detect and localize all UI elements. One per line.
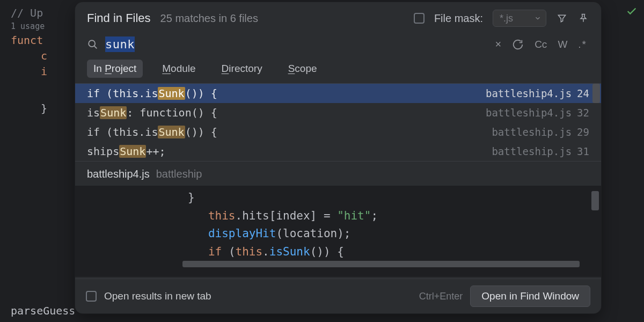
regex-toggle[interactable]: .* <box>576 38 589 52</box>
shortcut-hint: Ctrl+Enter <box>419 291 463 302</box>
svg-line-1 <box>94 46 97 48</box>
scope-tab-project[interactable]: In Project <box>87 60 143 78</box>
find-in-files-dialog: Find in Files 25 matches in 6 files File… <box>75 2 601 313</box>
results-scrollbar[interactable] <box>592 84 600 103</box>
preview-line: displayHit(location); <box>75 225 601 243</box>
result-row[interactable]: if (this.isSunk()) { battleship4.js24 <box>75 84 601 103</box>
preview-header: battleship4.js battleship <box>75 161 601 186</box>
preview-line: } <box>75 189 601 207</box>
preview-filename: battleship4.js <box>87 168 150 180</box>
preview-pane[interactable]: } this.hits[index] = "hit"; displayHit(l… <box>75 186 601 277</box>
search-icon <box>87 39 99 50</box>
open-new-tab-checkbox[interactable] <box>86 291 97 302</box>
whole-words-toggle[interactable]: W <box>555 38 569 52</box>
scope-tab-scope[interactable]: Scope <box>282 60 324 78</box>
file-mask-checkbox[interactable] <box>414 13 425 24</box>
search-history-button[interactable] <box>510 38 526 52</box>
file-mask-label: File mask: <box>434 12 483 25</box>
file-mask-value: *.js <box>500 13 513 24</box>
match-count-label: 25 matches in 6 files <box>160 12 258 25</box>
preview-v-scrollbar[interactable] <box>591 191 599 210</box>
result-row[interactable]: shipsSunk++; battleship.js31 <box>75 142 601 161</box>
preview-h-scrollbar[interactable] <box>182 261 580 267</box>
preview-line: if (this.isSunk()) { <box>75 243 601 261</box>
filter-icon[interactable] <box>556 12 568 24</box>
clear-search-button[interactable]: × <box>493 37 503 52</box>
result-row[interactable]: isSunk: function() { battleship4.js32 <box>75 103 601 122</box>
chevron-down-icon <box>534 14 541 22</box>
pin-icon[interactable] <box>577 12 589 24</box>
preview-path: battleship <box>156 168 202 180</box>
breadcrumb-function: parseGuess <box>11 303 75 319</box>
editor-keyword: funct <box>11 34 43 47</box>
dialog-header: Find in Files 25 matches in 6 files File… <box>75 2 601 31</box>
file-mask-select[interactable]: *.js <box>493 10 546 27</box>
open-new-tab-label: Open results in new tab <box>104 290 211 302</box>
dialog-footer: Open results in new tab Ctrl+Enter Open … <box>75 279 601 313</box>
scope-tabs: In Project Module Directory Scope <box>75 57 601 83</box>
editor-line-frag: i <box>41 65 47 78</box>
search-row: sunk × Cc W .* <box>75 31 601 57</box>
preview-line: this.hits[index] = "hit"; <box>75 207 601 225</box>
inspection-ok-icon <box>626 5 638 17</box>
svg-point-0 <box>89 40 95 47</box>
scope-tab-module[interactable]: Module <box>156 60 202 78</box>
results-list: if (this.isSunk()) { battleship4.js24 is… <box>75 83 601 161</box>
match-case-toggle[interactable]: Cc <box>532 38 549 52</box>
result-row[interactable]: if (this.isSunk()) { battleship.js29 <box>75 122 601 142</box>
scope-tab-directory[interactable]: Directory <box>215 60 269 78</box>
dialog-title: Find in Files <box>87 11 151 25</box>
editor-line-frag: c <box>41 49 47 62</box>
open-in-find-window-button[interactable]: Open in Find Window <box>470 286 590 307</box>
search-input[interactable]: sunk <box>105 36 135 52</box>
